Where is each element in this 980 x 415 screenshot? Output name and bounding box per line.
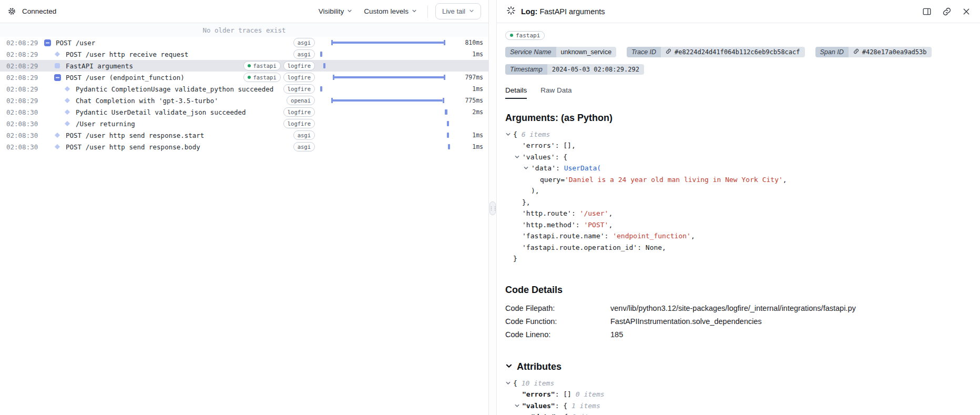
tag-badge-fastapi: fastapi — [505, 31, 545, 40]
scope-badge-logfire: logfire — [283, 107, 315, 117]
duration-bar-track — [320, 144, 453, 150]
trace-row[interactable]: 02:08:29Pydantic CompletionUsage validat… — [0, 83, 488, 95]
app-root: Connected Visibility Custom levels Live … — [0, 0, 980, 415]
tab-details[interactable]: Details — [505, 86, 527, 99]
code-detail-value: FastAPIInstrumentation.solve_dependencie… — [610, 315, 762, 328]
scope-badge-logfire: logfire — [283, 73, 315, 82]
details-tabs: Details Raw Data — [505, 86, 971, 99]
visibility-dropdown[interactable]: Visibility — [318, 5, 354, 17]
attributes-json-tree: { 10 items"errors": [] 0 items"values": … — [505, 378, 971, 415]
badge-group: fastapilogfire — [243, 73, 315, 82]
duration-bar-track — [320, 74, 453, 80]
trace-row[interactable]: 02:08:29POST /user (endpoint_function)fa… — [0, 72, 488, 83]
dock-panel-icon[interactable] — [922, 7, 932, 16]
tree-collapse-chevron-icon[interactable] — [505, 380, 511, 386]
timestamp-value: 2024-05-03 02:08:29.292 — [547, 64, 644, 75]
tree-collapse-chevron-icon[interactable] — [514, 403, 520, 409]
badge-group: asgi — [293, 38, 315, 47]
diamond-icon — [64, 120, 72, 127]
trace-label: Pydantic CompletionUsage validate_python… — [76, 85, 273, 93]
duration-bar-track — [320, 63, 453, 69]
json-tree-line: } — [505, 253, 971, 265]
code-detail-row: Code Function:FastAPIInstrumentation.sol… — [505, 315, 971, 328]
trace-list: 02:08:29POST /userasgi810ms02:08:29POST … — [0, 37, 488, 153]
scope-badge-asgi: asgi — [293, 38, 315, 47]
resize-handle-icon[interactable]: ⋮⋮ — [489, 201, 496, 215]
scope-badge-logfire: logfire — [283, 61, 315, 70]
code-detail-label: Code Filepath: — [505, 302, 610, 315]
duration-bar-track — [320, 51, 453, 57]
duration-bar — [320, 86, 322, 92]
collapse-square-icon[interactable] — [44, 39, 52, 46]
duration-label: 2ms — [453, 108, 483, 116]
trace-timestamp: 02:08:29 — [6, 85, 44, 93]
code-detail-row: Code Lineno:185 — [505, 328, 971, 341]
log-square-icon — [54, 63, 62, 69]
trace-row[interactable]: 02:08:29FastAPI argumentsfastapilogfire — [0, 60, 488, 72]
tree-collapse-chevron-icon[interactable] — [514, 154, 520, 160]
tab-raw-data[interactable]: Raw Data — [540, 86, 571, 99]
duration-label: 1ms — [453, 131, 483, 139]
chevron-down-icon — [412, 7, 417, 15]
chevron-down-icon — [469, 7, 474, 15]
timestamp-chip: Timestamp 2024-05-03 02:08:29.292 — [505, 64, 644, 75]
trace-label: /User returning — [76, 120, 135, 128]
copy-link-icon[interactable] — [942, 7, 952, 16]
toolbar-divider — [427, 5, 428, 18]
link-icon[interactable] — [853, 48, 859, 56]
scope-badge-logfire: logfire — [283, 84, 315, 94]
json-tree-line: 'fastapi.route.operation_id': None, — [505, 242, 971, 254]
badge-group: logfire — [283, 107, 315, 117]
json-tree-line: 'values': { — [505, 151, 971, 163]
meta-row-timestamp: Timestamp 2024-05-03 02:08:29.292 — [505, 64, 971, 75]
trace-label: Chat Completion with 'gpt-3.5-turbo' — [76, 97, 218, 105]
duration-bar-track — [320, 132, 453, 138]
trace-row[interactable]: 02:08:29POST /user http receive requesta… — [0, 48, 488, 60]
code-detail-value: venv/lib/python3.12/site-packages/logfir… — [610, 302, 856, 315]
trace-row[interactable]: 02:08:30Pydantic UserDetail validate_jso… — [0, 106, 488, 118]
json-tree-line: "values": { 1 items — [505, 400, 971, 412]
trace-timestamp: 02:08:30 — [6, 120, 44, 128]
diamond-icon — [54, 132, 62, 138]
span-id-chip: Span ID #428e17a0ea9ad53b — [815, 47, 932, 57]
close-icon[interactable] — [962, 7, 971, 16]
chevron-down-icon[interactable] — [505, 361, 513, 372]
tree-collapse-chevron-icon[interactable] — [523, 165, 529, 171]
duration-label: 1ms — [453, 143, 483, 150]
green-dot-icon — [248, 64, 251, 67]
panel-resize-divider[interactable]: ⋮⋮ — [488, 0, 497, 415]
code-details-table: Code Filepath:venv/lib/python3.12/site-p… — [505, 302, 971, 341]
collapse-square-icon[interactable] — [54, 74, 62, 81]
trace-row[interactable]: 02:08:30POST /user http send response.st… — [0, 129, 488, 141]
duration-bar-track — [320, 97, 453, 104]
log-details-title: Log: FastAPI arguments — [521, 7, 605, 16]
trace-timestamp: 02:08:29 — [6, 97, 44, 105]
trace-row[interactable]: 02:08:29POST /userasgi810ms — [0, 37, 488, 48]
duration-bar — [445, 109, 447, 115]
scope-badge-asgi: asgi — [293, 130, 315, 140]
trace-row[interactable]: 02:08:30/User returninglogfire — [0, 118, 488, 129]
code-detail-row: Code Filepath:venv/lib/python3.12/site-p… — [505, 302, 971, 315]
json-tree-line: 'errors': [], — [505, 140, 971, 151]
trace-row[interactable]: 02:08:30POST /user http send response.bo… — [0, 141, 488, 153]
link-icon[interactable] — [666, 48, 671, 56]
trace-row[interactable]: 02:08:29Chat Completion with 'gpt-3.5-tu… — [0, 95, 488, 106]
custom-levels-dropdown[interactable]: Custom levels — [363, 5, 418, 17]
json-tree-line: query='Daniel is a 24 year old man livin… — [505, 174, 971, 186]
tree-collapse-chevron-icon[interactable] — [505, 131, 511, 137]
live-tail-button[interactable]: Live tail — [435, 3, 481, 19]
explorer-toolbar: Connected Visibility Custom levels Live … — [0, 0, 488, 23]
trace-label: POST /user http send response.body — [66, 143, 200, 151]
json-tree-line: 'data': UserData( — [505, 163, 971, 174]
duration-bar-track — [320, 120, 453, 127]
duration-bar — [331, 40, 445, 45]
scope-badge-logfire: logfire — [283, 119, 315, 128]
settings-gear-icon[interactable] — [7, 7, 16, 16]
duration-bar-track — [320, 109, 453, 115]
arguments-heading: Arguments: (as Python) — [505, 113, 971, 124]
duration-bar — [447, 133, 449, 138]
arguments-json-tree: { 6 items'errors': [],'values': {'data':… — [505, 129, 971, 265]
trace-timestamp: 02:08:30 — [6, 131, 44, 139]
json-tree-line: ), — [505, 185, 971, 197]
trace-label: POST /user (endpoint_function) — [66, 74, 185, 82]
